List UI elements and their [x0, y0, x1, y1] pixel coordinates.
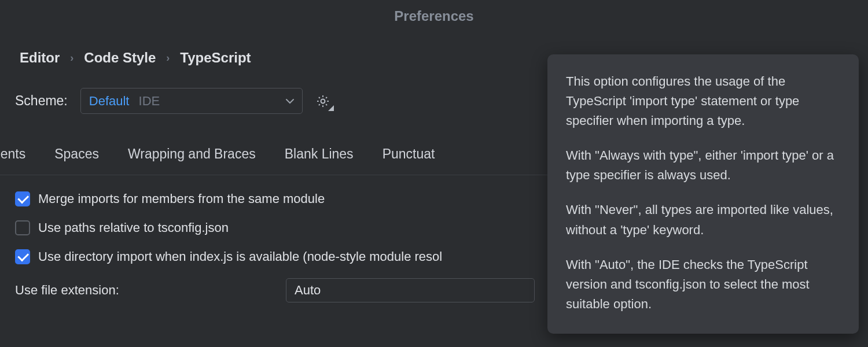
- tooltip-paragraph: With "Always with type", either 'import …: [566, 146, 840, 185]
- select-value: Auto: [295, 283, 321, 298]
- option-label: Merge imports for members from the same …: [38, 191, 325, 206]
- chevron-right-icon: ›: [70, 52, 73, 64]
- checkbox-icon[interactable]: [15, 220, 30, 235]
- chevron-right-icon: ›: [166, 52, 170, 64]
- crumb-code-style[interactable]: Code Style: [84, 50, 156, 66]
- chevron-down-icon: [286, 96, 294, 106]
- tab-tabs-and-indents[interactable]: and Indents: [0, 146, 25, 162]
- window-title: Preferences: [0, 0, 868, 24]
- checkbox-icon[interactable]: [15, 249, 30, 264]
- crumb-editor[interactable]: Editor: [20, 50, 60, 66]
- option-label: Use directory import when index.js is av…: [38, 249, 442, 264]
- tab-wrapping-and-braces[interactable]: Wrapping and Braces: [128, 146, 256, 162]
- dropdown-indicator-icon: [328, 105, 334, 111]
- option-label: Use file extension:: [15, 283, 278, 298]
- scheme-actions-button[interactable]: [315, 94, 330, 109]
- scheme-label: Scheme:: [15, 93, 68, 109]
- tabs: and Indents Spaces Wrapping and Braces B…: [0, 114, 558, 175]
- scheme-suffix: IDE: [139, 94, 160, 108]
- tooltip-paragraph: This option configures the usage of the …: [566, 72, 840, 131]
- checkbox-icon[interactable]: [15, 191, 30, 206]
- help-tooltip: This option configures the usage of the …: [547, 54, 859, 334]
- option-label: Use paths relative to tsconfig.json: [38, 220, 229, 235]
- crumb-typescript[interactable]: TypeScript: [180, 50, 251, 66]
- tab-blank-lines[interactable]: Blank Lines: [285, 146, 354, 162]
- tab-spaces[interactable]: Spaces: [54, 146, 99, 162]
- tooltip-paragraph: With "Never", all types are imported lik…: [566, 200, 840, 239]
- svg-point-0: [321, 99, 325, 103]
- scheme-select[interactable]: Default IDE: [80, 88, 303, 114]
- scheme-name: Default: [89, 94, 130, 108]
- tab-punctuation[interactable]: Punctuat: [382, 146, 435, 162]
- file-extension-select[interactable]: Auto: [286, 278, 535, 302]
- tooltip-paragraph: With "Auto", the IDE checks the TypeScri…: [566, 255, 840, 314]
